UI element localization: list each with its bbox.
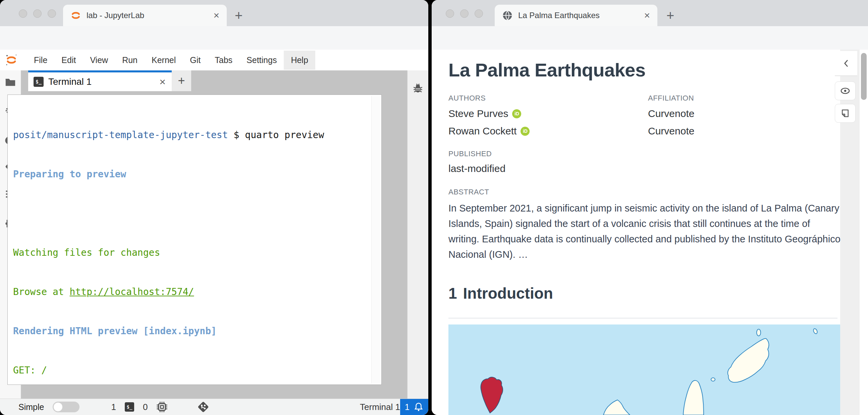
terminal-line: GET: / bbox=[13, 364, 324, 377]
new-launcher-button[interactable]: + bbox=[172, 70, 191, 91]
zoom-window-button[interactable] bbox=[48, 9, 56, 18]
terminal-line: Watching files for changes bbox=[13, 246, 324, 259]
terminal-line: posit/manuscript-template-jupyter-test$ … bbox=[13, 128, 324, 141]
menu-edit[interactable]: Edit bbox=[54, 51, 83, 70]
published-value: last-modified bbox=[448, 163, 505, 174]
kernel-chip-icon[interactable] bbox=[156, 401, 168, 413]
jupyterlab-statusbar: Simple 1 $_ 0 Terminal 1 1 bbox=[0, 398, 428, 415]
jupyter-favicon bbox=[70, 10, 81, 21]
map-islet bbox=[711, 378, 715, 381]
menu-tabs[interactable]: Tabs bbox=[208, 51, 240, 70]
minimize-window-button[interactable] bbox=[460, 9, 469, 18]
zoom-window-button[interactable] bbox=[474, 9, 483, 18]
menu-run[interactable]: Run bbox=[115, 51, 145, 70]
tab-close-button[interactable]: × bbox=[213, 10, 219, 21]
menu-view[interactable]: View bbox=[83, 51, 115, 70]
map-ocean bbox=[448, 324, 840, 415]
terminal-scrollbar[interactable] bbox=[371, 96, 380, 383]
tab-title: lab - JupyterLab bbox=[87, 11, 144, 20]
close-window-button[interactable] bbox=[19, 9, 27, 18]
tab-close-button[interactable]: × bbox=[644, 10, 650, 21]
terminal-tab-close-icon[interactable]: × bbox=[159, 76, 166, 87]
section-title: Introduction bbox=[463, 285, 553, 302]
minimize-window-button[interactable] bbox=[33, 9, 41, 18]
section-heading: 1Introduction bbox=[448, 284, 553, 302]
right-rail bbox=[407, 70, 428, 399]
terminal-output: posit/manuscript-template-jupyter-test$ … bbox=[13, 102, 324, 415]
terminal-preview-link[interactable]: http://localhost:7574/ bbox=[70, 286, 194, 297]
note-icon bbox=[840, 108, 850, 118]
page-scrollbar-track[interactable] bbox=[860, 50, 868, 415]
jupyterlab-workspace: $_ Terminal 1 × + posit/manuscript-templ… bbox=[0, 70, 428, 399]
preview-side-rail bbox=[840, 50, 860, 415]
browser-toolbar: ! localhost:8889/lab bbox=[0, 26, 428, 50]
menu-settings[interactable]: Settings bbox=[240, 51, 284, 70]
affiliation-value: Curvenote bbox=[648, 108, 694, 119]
visibility-button[interactable] bbox=[835, 82, 856, 100]
preview-browser-window: La Palma Earthquakes × + ! localhost:757… bbox=[432, 0, 868, 415]
dock-tab-bar: $_ Terminal 1 × + bbox=[21, 70, 407, 91]
debugger-bug-icon[interactable] bbox=[412, 83, 424, 94]
terminal-tab-icon: $_ bbox=[34, 77, 43, 87]
bell-icon bbox=[413, 402, 424, 412]
notifications-button[interactable]: 1 bbox=[400, 399, 428, 415]
browser-tab-jupyterlab[interactable]: lab - JupyterLab × bbox=[63, 5, 227, 26]
manuscript-page: La Palma Earthquakes AUTHORS Steve Purve… bbox=[432, 50, 868, 415]
terminal-tab-label: Terminal 1 bbox=[48, 76, 92, 87]
menu-file[interactable]: File bbox=[27, 51, 54, 70]
jupyterlab-browser-window: lab - JupyterLab × + ! localhost:8889/la… bbox=[0, 0, 428, 415]
terminals-icon[interactable]: $_ bbox=[125, 402, 134, 412]
terminal-line: Rendering HTML preview [index.ipynb] bbox=[13, 324, 324, 338]
notifications-count: 1 bbox=[405, 402, 409, 412]
close-window-button[interactable] bbox=[446, 9, 454, 18]
abstract-text: In September 2021, a significant jump in… bbox=[448, 200, 841, 262]
abstract-label: ABSTRACT bbox=[448, 188, 489, 196]
simple-mode-toggle[interactable] bbox=[53, 402, 80, 412]
window-controls[interactable] bbox=[19, 9, 56, 18]
terminal-panel[interactable]: posit/manuscript-template-jupyter-test$ … bbox=[7, 95, 382, 385]
page-title: La Palma Earthquakes bbox=[448, 59, 646, 81]
terminal-line: Preparing to preview bbox=[13, 168, 324, 181]
terminal-command: $ quarto preview bbox=[234, 129, 324, 140]
file-browser-icon[interactable] bbox=[5, 76, 16, 88]
tab-title: La Palma Earthquakes bbox=[518, 11, 600, 20]
window-controls[interactable] bbox=[446, 9, 483, 18]
affiliation-label: AFFILIATION bbox=[648, 94, 694, 103]
browser-tabstrip: La Palma Earthquakes × + bbox=[432, 0, 868, 26]
orcid-icon[interactable]: iD bbox=[521, 127, 530, 136]
git-status-icon[interactable] bbox=[197, 401, 209, 413]
author-row: Rowan Cockett iD bbox=[448, 125, 530, 137]
map-islet bbox=[757, 329, 761, 336]
chevron-left-icon bbox=[842, 59, 850, 68]
notes-button[interactable] bbox=[835, 104, 856, 123]
affiliation-value: Curvenote bbox=[648, 125, 694, 137]
canary-islands-map bbox=[448, 324, 840, 415]
terminal-cwd: posit/manuscript-template-jupyter-test bbox=[13, 129, 228, 140]
page-scrollbar-thumb[interactable] bbox=[861, 53, 867, 100]
published-block: PUBLISHED last-modified bbox=[448, 150, 505, 174]
new-tab-button[interactable]: + bbox=[666, 9, 674, 22]
browser-toolbar: ! localhost:7574 1 bbox=[432, 26, 868, 50]
simple-mode-label: Simple bbox=[19, 402, 44, 412]
jupyter-logo bbox=[4, 53, 19, 67]
affiliations-block: AFFILIATION Curvenote Curvenote bbox=[648, 94, 694, 137]
author-row: Steve Purves iD bbox=[448, 108, 530, 119]
terminal-tab[interactable]: $_ Terminal 1 × bbox=[28, 70, 172, 91]
terminal-line: Browse at http://localhost:7574/ bbox=[13, 285, 324, 298]
menu-help[interactable]: Help bbox=[284, 51, 315, 70]
authors-label: AUTHORS bbox=[448, 94, 530, 103]
orcid-icon[interactable]: iD bbox=[512, 109, 521, 118]
jupyterlab-menubar: File Edit View Run Kernel Git Tabs Setti… bbox=[0, 50, 428, 71]
browser-tabstrip: lab - JupyterLab × + bbox=[0, 0, 428, 26]
section-divider bbox=[448, 318, 837, 318]
menu-kernel[interactable]: Kernel bbox=[145, 51, 183, 70]
section-number: 1 bbox=[448, 285, 457, 302]
collapse-panel-button[interactable] bbox=[835, 51, 857, 76]
active-context-label[interactable]: Terminal 1 bbox=[360, 402, 400, 412]
published-label: PUBLISHED bbox=[448, 150, 505, 158]
authors-block: AUTHORS Steve Purves iD Rowan Cockett iD bbox=[448, 94, 530, 137]
new-tab-button[interactable]: + bbox=[235, 9, 243, 22]
menu-git[interactable]: Git bbox=[183, 51, 208, 70]
terminals-count: 1 bbox=[111, 402, 116, 412]
browser-tab-lapalma[interactable]: La Palma Earthquakes × bbox=[495, 5, 657, 26]
